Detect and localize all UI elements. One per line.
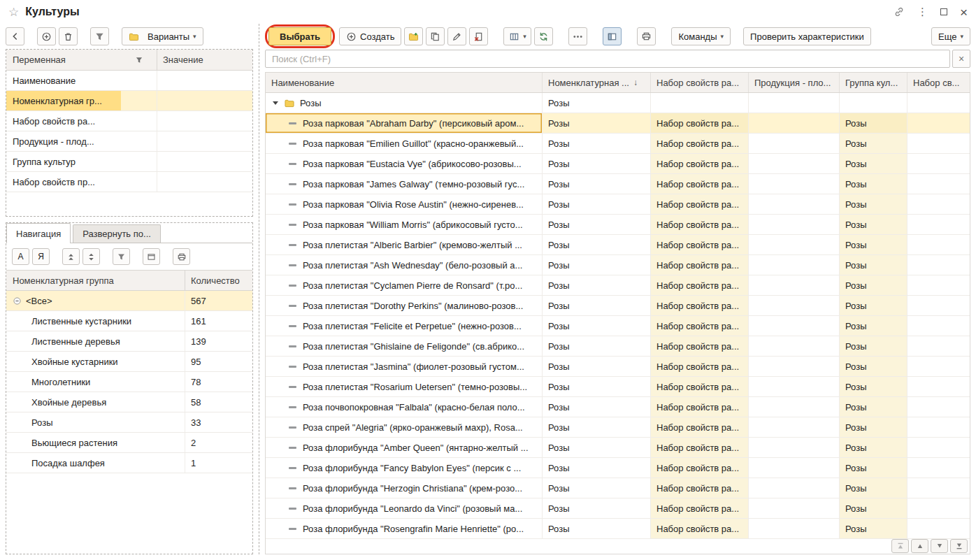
group-name-cell[interactable]: Розы — [266, 93, 543, 113]
nav-group-row[interactable]: Лиственные кустарники 161 — [6, 311, 252, 331]
item-product-cell[interactable] — [749, 235, 840, 254]
item-props-cell[interactable]: Набор свойств ра... — [651, 458, 749, 478]
item-props-cell[interactable]: Набор свойств ра... — [651, 154, 749, 173]
item-propset-cell[interactable] — [907, 336, 970, 356]
nav-header-group[interactable]: Номенклатурная группа — [6, 271, 185, 290]
commands-button[interactable]: Команды ▾ — [671, 27, 731, 45]
param-value-cell[interactable] — [157, 91, 252, 110]
list-row[interactable]: Роза парковая "Emilien Guillot" (красно-… — [266, 134, 970, 154]
param-name-cell[interactable]: Набор свойств ра... — [6, 111, 121, 131]
item-group-cell[interactable]: Розы — [543, 134, 651, 153]
item-group-cell[interactable]: Розы — [543, 255, 651, 275]
item-culture-group-cell[interactable]: Розы — [840, 357, 907, 376]
param-value-cell[interactable] — [157, 172, 252, 192]
params-row[interactable]: Номенклатурная гр... — [6, 91, 252, 111]
item-product-cell[interactable] — [749, 397, 840, 417]
item-group-cell[interactable]: Розы — [543, 275, 651, 295]
item-propset-cell[interactable] — [907, 194, 970, 214]
col-header-group[interactable]: Номенклатурная ...↓ — [543, 73, 651, 92]
item-group-cell[interactable]: Розы — [543, 296, 651, 315]
nav-group-name-cell[interactable]: Посадка шалфея — [6, 453, 185, 473]
item-culture-group-cell[interactable]: Розы — [840, 417, 907, 437]
item-props-cell[interactable]: Набор свойств ра... — [651, 519, 749, 538]
item-product-cell[interactable] — [749, 113, 840, 133]
back-button[interactable] — [6, 27, 24, 45]
item-product-cell[interactable] — [749, 519, 840, 538]
maximize-icon[interactable] — [940, 8, 947, 15]
item-culture-group-cell[interactable]: Розы — [840, 275, 907, 295]
item-name-cell[interactable]: Роза флорибунда "Amber Queen" (янтарно-ж… — [266, 438, 543, 457]
item-group-cell[interactable]: Розы — [543, 357, 651, 376]
item-props-cell[interactable]: Набор свойств ра... — [651, 113, 749, 133]
item-group-cell[interactable]: Розы — [543, 215, 651, 234]
item-group-cell[interactable]: Розы — [543, 438, 651, 457]
tab-navigation[interactable]: Навигация — [6, 223, 71, 243]
item-culture-group-cell[interactable]: Розы — [840, 336, 907, 356]
item-props-cell[interactable]: Набор свойств ра... — [651, 357, 749, 376]
item-group-cell[interactable]: Розы — [543, 478, 651, 498]
list-row[interactable]: Роза плетистая "Ash Wednesday" (бело-роз… — [266, 255, 970, 275]
item-props-cell[interactable]: Набор свойств ра... — [651, 194, 749, 214]
item-name-cell[interactable]: Роза плетистая "Ghislaine de Feligonde" … — [266, 336, 543, 356]
list-end-button[interactable] — [950, 539, 968, 553]
item-product-cell[interactable] — [749, 438, 840, 457]
clear-search-button[interactable]: × — [952, 50, 970, 68]
print-button[interactable] — [637, 27, 656, 45]
item-propset-cell[interactable] — [907, 438, 970, 457]
list-row[interactable]: Роза плетистая "Felicite et Perpetue" (н… — [266, 316, 970, 336]
item-group-cell[interactable]: Розы — [543, 397, 651, 417]
nav-header-count[interactable]: Количество — [185, 275, 252, 286]
nav-group-count-cell[interactable]: 33 — [185, 417, 252, 428]
item-product-cell[interactable] — [749, 134, 840, 153]
item-propset-cell[interactable] — [907, 498, 970, 518]
params-header-value[interactable]: Значение — [157, 55, 252, 65]
item-props-cell[interactable]: Набор свойств ра... — [651, 336, 749, 356]
list-begin-button[interactable] — [891, 539, 909, 553]
param-value-cell[interactable] — [157, 111, 252, 131]
item-propset-cell[interactable] — [907, 417, 970, 437]
nav-group-row[interactable]: Посадка шалфея 1 — [6, 453, 252, 473]
group-cell-propset[interactable] — [907, 93, 970, 113]
params-row[interactable]: Наименование — [6, 71, 252, 91]
item-propset-cell[interactable] — [907, 357, 970, 376]
nav-group-count-cell[interactable]: 95 — [185, 357, 252, 367]
group-cell-culture[interactable] — [840, 93, 907, 113]
list-row[interactable]: Роза флорибунда "Rosengrafin Marie Henri… — [266, 519, 970, 539]
item-group-cell[interactable]: Розы — [543, 498, 651, 518]
item-group-cell[interactable]: Розы — [543, 519, 651, 538]
create-group-button[interactable] — [404, 27, 423, 45]
list-row[interactable]: Роза парковая "Olivia Rose Austin" (нежн… — [266, 194, 970, 215]
item-group-cell[interactable]: Розы — [543, 417, 651, 437]
close-icon[interactable]: × — [960, 6, 968, 19]
copy-button[interactable] — [426, 27, 445, 45]
item-name-cell[interactable]: Роза парковая "Eustacia Vye" (абрикосово… — [266, 154, 543, 173]
item-group-cell[interactable]: Розы — [543, 194, 651, 214]
item-props-cell[interactable]: Набор свойств ра... — [651, 438, 749, 457]
params-row[interactable]: Группа культур — [6, 152, 252, 172]
item-product-cell[interactable] — [749, 194, 840, 214]
param-name-cell[interactable]: Продукция - плод... — [6, 131, 121, 151]
item-name-cell[interactable]: Роза плетистая "Jasmina" (фиолет-розовый… — [266, 357, 543, 376]
item-props-cell[interactable]: Набор свойств ра... — [651, 296, 749, 315]
group-cell-product[interactable] — [749, 93, 840, 113]
item-culture-group-cell[interactable]: Розы — [840, 113, 907, 133]
nav-group-row[interactable]: Хвойные деревья 58 — [6, 392, 252, 412]
nav-group-name-cell[interactable]: Лиственные кустарники — [6, 311, 185, 331]
nav-group-name-cell[interactable]: Хвойные деревья — [6, 392, 185, 412]
col-header-culture-group[interactable]: Группа кул... — [840, 73, 907, 92]
group-row[interactable]: Розы Розы — [266, 93, 970, 113]
param-name-cell[interactable]: Группа культур — [6, 152, 121, 171]
refresh-button[interactable] — [534, 27, 553, 45]
nav-group-name-cell[interactable]: Вьющиеся растения — [6, 433, 185, 452]
item-culture-group-cell[interactable]: Розы — [840, 438, 907, 457]
item-propset-cell[interactable] — [907, 478, 970, 498]
param-name-cell[interactable]: Номенклатурная гр... — [6, 91, 121, 110]
item-culture-group-cell[interactable]: Розы — [840, 498, 907, 518]
item-culture-group-cell[interactable]: Розы — [840, 296, 907, 315]
list-row[interactable]: Роза флорибунда "Herzogin Christiana" (к… — [266, 478, 970, 498]
item-props-cell[interactable]: Набор свойств ра... — [651, 316, 749, 336]
item-propset-cell[interactable] — [907, 296, 970, 315]
search-input[interactable] — [265, 50, 950, 68]
params-row[interactable]: Продукция - плод... — [6, 131, 252, 152]
item-props-cell[interactable]: Набор свойств ра... — [651, 235, 749, 254]
